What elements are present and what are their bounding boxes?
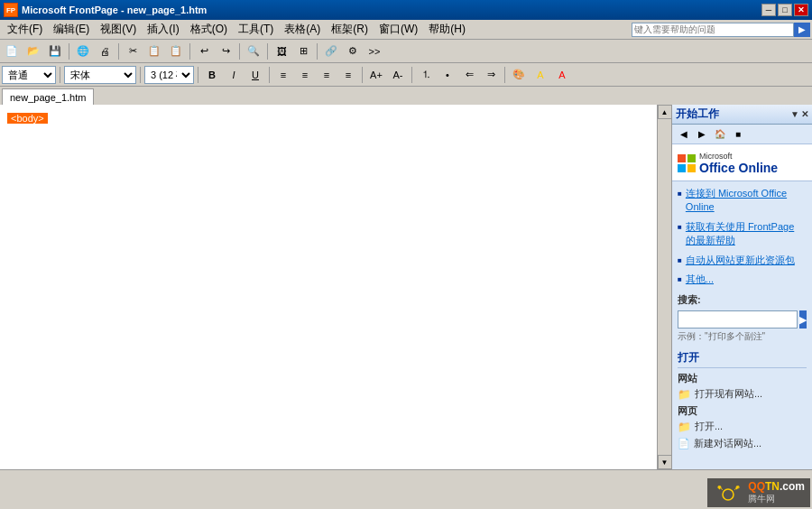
tb-find[interactable]: 🔍 [244, 42, 263, 60]
tb-style-btn[interactable]: 🎨 [509, 66, 529, 84]
bullet-link-3[interactable]: 自动从网站更新此资源包 [686, 254, 795, 267]
new-site-btn[interactable]: 📄 新建对话网站... [678, 437, 807, 450]
tb-increase-font[interactable]: A+ [366, 66, 386, 84]
sep-fmt1 [60, 67, 60, 83]
bullet-dot-4: ■ [678, 274, 682, 284]
status-bar [0, 469, 812, 489]
sep1 [69, 43, 69, 60]
bullet-link-1[interactable]: 连接到 Microsoft Office Online [686, 187, 807, 215]
tb-new[interactable]: 📄 [2, 42, 22, 60]
help-search-btn[interactable]: ▶ [794, 23, 810, 37]
tb-undo[interactable]: ↩ [194, 42, 214, 60]
panel-back-btn[interactable]: ◀ [676, 126, 692, 143]
panel-dropdown-btn[interactable]: ▼ [790, 109, 799, 119]
tb-component[interactable]: ⚙ [343, 42, 363, 60]
panel-search-input[interactable] [678, 310, 798, 329]
sep2 [118, 43, 119, 60]
minimize-btn[interactable]: ─ [761, 4, 776, 16]
tb-bold[interactable]: B [202, 66, 222, 84]
tb-open[interactable]: 📂 [23, 42, 43, 60]
scroll-down[interactable]: ▼ [658, 455, 672, 469]
open-network-btn[interactable]: 📁 打开现有网站... [678, 387, 807, 401]
toolbar-standard: 📄 📂 💾 🌐 🖨 ✂ 📋 📋 ↩ ↪ 🔍 🖼 ⊞ 🔗 ⚙ >> [0, 40, 812, 63]
tb-underline[interactable]: U [245, 66, 265, 84]
menu-insert[interactable]: 插入(I) [142, 20, 184, 39]
menu-format[interactable]: 格式(O) [185, 20, 233, 39]
close-btn[interactable]: ✕ [794, 4, 808, 16]
sep-fmt6 [411, 67, 412, 83]
bullet-link-4[interactable]: 其他... [686, 273, 714, 286]
panel-toolbar: ◀ ▶ 🏠 ■ [672, 125, 812, 144]
tab-page[interactable]: new_page_1.htm [2, 88, 94, 105]
editor-scrollbar[interactable]: ▲ ▼ [657, 105, 671, 469]
panel-forward-btn[interactable]: ▶ [694, 126, 710, 143]
tb-link[interactable]: 🔗 [321, 42, 341, 60]
sep-fmt2 [140, 67, 141, 83]
menu-tools[interactable]: 工具(T) [233, 20, 279, 39]
bullet-item-2: ■ 获取有关使用 FrontPage 的最新帮助 [678, 220, 807, 248]
menu-table[interactable]: 表格(A) [279, 20, 326, 39]
tb-preview[interactable]: 🌐 [73, 42, 93, 60]
panel-stop-btn[interactable]: ■ [730, 126, 746, 143]
tb-align-left[interactable]: ≡ [273, 66, 293, 84]
tb-more[interactable]: >> [364, 42, 384, 60]
tb-align-justify[interactable]: ≡ [338, 66, 358, 84]
logo-q3 [678, 164, 686, 172]
dotcom-text: .com [780, 480, 805, 493]
tb-print[interactable]: 🖨 [95, 42, 115, 60]
menu-frames[interactable]: 框架(R) [326, 20, 374, 39]
tb-align-right[interactable]: ≡ [317, 66, 337, 84]
open-recent-btn[interactable]: 📁 打开... [678, 420, 807, 433]
sep4 [239, 43, 240, 60]
search-example: 示例："打印多个副注" [678, 330, 807, 343]
editor-area[interactable]: <body> ▲ ▼ [0, 105, 672, 469]
menu-edit[interactable]: 编辑(E) [48, 20, 95, 39]
qq-text: QQ [748, 480, 765, 493]
menu-file[interactable]: 文件(F) [2, 20, 48, 39]
tb-paste[interactable]: 📋 [166, 42, 186, 60]
bullet-link-2[interactable]: 获取有关使用 FrontPage 的最新帮助 [686, 220, 807, 248]
tb-table[interactable]: ⊞ [293, 42, 313, 60]
panel-home-btn[interactable]: 🏠 [712, 126, 728, 143]
panel-body: ■ 连接到 Microsoft Office Online ■ 获取有关使用 F… [672, 181, 812, 469]
tb-img[interactable]: 🖼 [272, 42, 291, 60]
tb-indent-dec[interactable]: ⇐ [459, 66, 479, 84]
tn-text: TN [765, 480, 780, 493]
tb-redo[interactable]: ↪ [216, 42, 235, 60]
editor-content[interactable]: <body> [0, 105, 671, 469]
maximize-btn[interactable]: □ [778, 4, 792, 16]
watermark-logo-icon [713, 482, 744, 504]
menu-view[interactable]: 视图(V) [95, 20, 142, 39]
tb-numbering[interactable]: ⒈ [416, 66, 436, 84]
scroll-up[interactable]: ▲ [658, 105, 672, 119]
ms-brand: Microsoft [699, 152, 778, 161]
search-row: ▶ [678, 310, 807, 329]
folder-icon-1: 📁 [678, 388, 691, 401]
office-online-header: Microsoft Office Online [672, 144, 812, 181]
tb-font-color[interactable]: A [552, 66, 572, 84]
watermark-brand: 腾牛网 [748, 493, 805, 505]
panel-header: 开始工作 ▼ ✕ [672, 105, 812, 125]
panel-close-btn[interactable]: ✕ [801, 109, 808, 119]
watermark: QQTN.com 腾牛网 [707, 478, 810, 507]
help-search-input[interactable] [632, 23, 794, 37]
panel-search-btn[interactable]: ▶ [799, 310, 807, 329]
font-dropdown[interactable]: 宋体 [64, 66, 136, 84]
tb-highlight[interactable]: A [531, 66, 550, 84]
menu-help[interactable]: 帮助(H) [423, 20, 471, 39]
tb-decrease-font[interactable]: A- [388, 66, 408, 84]
main-area: <body> ▲ ▼ 开始工作 ▼ ✕ ◀ ▶ 🏠 ■ [0, 105, 812, 469]
fontsize-dropdown[interactable]: 3 (12 磅) [144, 66, 194, 84]
tb-align-center[interactable]: ≡ [295, 66, 315, 84]
style-dropdown[interactable]: 普通 [2, 66, 56, 84]
tb-indent-inc[interactable]: ⇒ [481, 66, 501, 84]
doc-icon: 📄 [678, 438, 690, 449]
menu-bar: 文件(F) 编辑(E) 视图(V) 插入(I) 格式(O) 工具(T) 表格(A… [0, 20, 812, 40]
bullet-item-3: ■ 自动从网站更新此资源包 [678, 254, 807, 267]
tb-bullets[interactable]: • [438, 66, 457, 84]
tb-save[interactable]: 💾 [45, 42, 65, 60]
menu-window[interactable]: 窗口(W) [374, 20, 423, 39]
tb-copy[interactable]: 📋 [144, 42, 164, 60]
tb-cut[interactable]: ✂ [123, 42, 143, 60]
tb-italic[interactable]: I [224, 66, 244, 84]
